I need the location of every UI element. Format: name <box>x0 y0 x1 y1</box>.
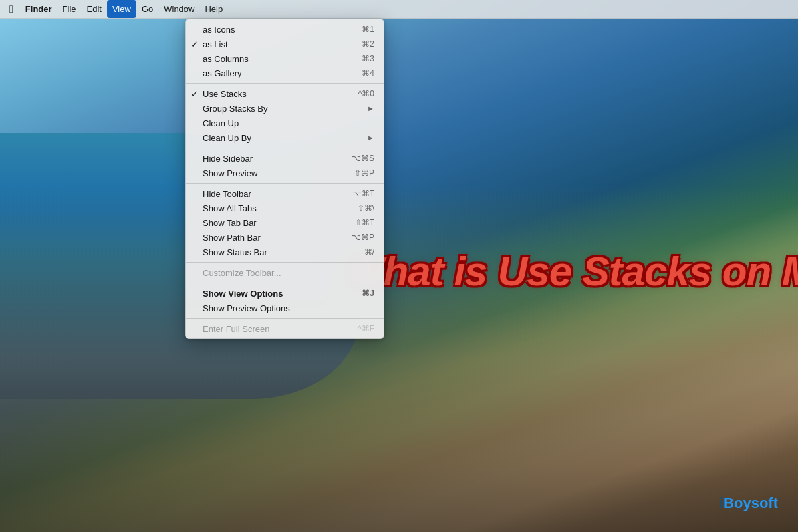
iboysoft-logo: iBoysoft <box>720 495 778 512</box>
menu-item-show-tab-bar[interactable]: Show Tab Bar ⇧⌘T <box>186 215 384 230</box>
menu-item-shortcut: ⌘3 <box>362 54 374 63</box>
menu-item-hide-toolbar[interactable]: Hide Toolbar ⌥⌘T <box>186 186 384 201</box>
menu-item-label: Show Preview <box>203 168 257 178</box>
menubar-edit[interactable]: Edit <box>82 0 107 18</box>
menu-item-shortcut: ⇧⌘T <box>355 218 374 227</box>
apple-menu[interactable]:  <box>7 0 20 18</box>
menu-item-label: Show Status Bar <box>203 247 267 257</box>
menu-item-shortcut: ⌥⌘P <box>352 233 374 242</box>
menu-item-label: Hide Toolbar <box>203 189 251 199</box>
menu-item-customize-toolbar[interactable]: Customize Toolbar... <box>186 265 384 280</box>
menu-item-label: Customize Toolbar... <box>203 268 281 278</box>
menu-item-hide-sidebar[interactable]: Hide Sidebar ⌥⌘S <box>186 151 384 166</box>
separator-2 <box>186 148 384 148</box>
menubar-view[interactable]: View <box>107 0 136 18</box>
submenu-arrow-icon: ► <box>367 134 374 142</box>
checkmark-icon: ✓ <box>191 39 198 49</box>
menu-item-label: as Columns <box>203 54 249 64</box>
menu-item-show-path-bar[interactable]: Show Path Bar ⌥⌘P <box>186 230 384 245</box>
menu-item-shortcut: ⌘J <box>362 289 374 298</box>
menu-item-label: Use Stacks <box>203 89 247 99</box>
menu-item-label: Clean Up By <box>203 133 251 143</box>
menu-item-label: Show Tab Bar <box>203 218 257 228</box>
menu-item-label: Show All Tabs <box>203 203 257 213</box>
menu-item-use-stacks[interactable]: ✓ Use Stacks ^⌘0 <box>186 86 384 101</box>
menu-item-as-gallery[interactable]: as Gallery ⌘4 <box>186 66 384 80</box>
menu-item-show-status-bar[interactable]: Show Status Bar ⌘/ <box>186 245 384 259</box>
menu-item-label: Clean Up <box>203 118 239 128</box>
menu-item-shortcut: ⇧⌘\ <box>358 203 374 213</box>
menu-item-shortcut: ⌥⌘S <box>352 154 374 163</box>
menu-item-show-preview-options[interactable]: Show Preview Options <box>186 301 384 315</box>
menu-item-clean-up[interactable]: Clean Up <box>186 116 384 130</box>
menu-item-label: Show View Options <box>203 289 283 299</box>
checkmark-icon: ✓ <box>191 89 198 99</box>
separator-5 <box>186 283 384 283</box>
menu-item-show-all-tabs[interactable]: Show All Tabs ⇧⌘\ <box>186 201 384 215</box>
separator-6 <box>186 318 384 319</box>
menu-item-label: as Icons <box>203 25 235 35</box>
menubar:  Finder File Edit View Go Window Help <box>0 0 798 19</box>
menu-item-label: as List <box>203 39 228 49</box>
view-dropdown-menu: as Icons ⌘1 ✓ as List ⌘2 as Columns ⌘3 a… <box>185 19 384 339</box>
menu-item-as-columns[interactable]: as Columns ⌘3 <box>186 51 384 66</box>
menubar-file[interactable]: File <box>57 0 82 18</box>
menu-item-label: Hide Sidebar <box>203 154 253 164</box>
menu-item-clean-up-by[interactable]: Clean Up By ► <box>186 130 384 145</box>
menu-item-show-view-options[interactable]: Show View Options ⌘J <box>186 286 384 301</box>
submenu-arrow-icon: ► <box>367 104 374 112</box>
menubar-help[interactable]: Help <box>200 0 228 18</box>
menu-item-shortcut: ⌥⌘T <box>352 189 374 198</box>
menu-item-shortcut: ⌘1 <box>362 25 374 34</box>
separator-3 <box>186 183 384 184</box>
menu-item-as-list[interactable]: ✓ as List ⌘2 <box>186 37 384 51</box>
separator-4 <box>186 262 384 263</box>
menu-item-shortcut: ^⌘F <box>358 324 374 333</box>
menu-item-group-stacks-by[interactable]: Group Stacks By ► <box>186 101 384 116</box>
menubar-window[interactable]: Window <box>158 0 200 18</box>
overlay-title: What is Use Stacks on Mac? <box>345 247 798 295</box>
separator-1 <box>186 83 384 84</box>
menu-item-enter-full-screen[interactable]: Enter Full Screen ^⌘F <box>186 321 384 336</box>
menu-item-shortcut: ⌘/ <box>364 247 374 257</box>
logo-rest-part: Boysoft <box>724 495 778 511</box>
menu-item-show-preview[interactable]: Show Preview ⇧⌘P <box>186 166 384 180</box>
menu-item-label: Group Stacks By <box>203 104 268 114</box>
menu-item-label: Enter Full Screen <box>203 324 269 334</box>
menu-item-label: Show Path Bar <box>203 233 261 243</box>
menu-item-shortcut: ⇧⌘P <box>354 168 374 178</box>
menu-item-shortcut: ⌘4 <box>362 68 374 78</box>
menu-item-label: Show Preview Options <box>203 303 290 313</box>
menu-item-as-icons[interactable]: as Icons ⌘1 <box>186 22 384 37</box>
mountain-overlay <box>0 186 798 532</box>
menu-item-shortcut: ⌘2 <box>362 39 374 49</box>
menubar-finder[interactable]: Finder <box>20 0 57 18</box>
menu-item-shortcut: ^⌘0 <box>358 89 374 98</box>
menubar-go[interactable]: Go <box>136 0 158 18</box>
menu-item-label: as Gallery <box>203 68 242 78</box>
